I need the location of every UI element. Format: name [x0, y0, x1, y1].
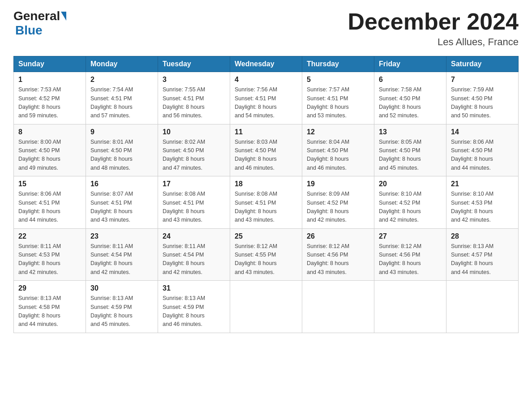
day-info: Sunrise: 8:11 AMSunset: 4:53 PMDaylight:…	[18, 242, 81, 277]
day-number: 7	[451, 76, 514, 84]
day-info: Sunrise: 8:13 AMSunset: 4:59 PMDaylight:…	[163, 294, 225, 329]
day-number: 15	[18, 180, 81, 188]
day-info: Sunrise: 8:13 AMSunset: 4:57 PMDaylight:…	[451, 242, 514, 277]
day-number: 11	[235, 128, 297, 136]
day-info: Sunrise: 8:05 AMSunset: 4:50 PMDaylight:…	[379, 138, 442, 173]
table-row: 8Sunrise: 8:00 AMSunset: 4:50 PMDaylight…	[14, 124, 86, 176]
day-info: Sunrise: 7:56 AMSunset: 4:51 PMDaylight:…	[235, 86, 297, 120]
day-number: 28	[451, 232, 514, 240]
table-row: 23Sunrise: 8:11 AMSunset: 4:54 PMDayligh…	[86, 228, 158, 281]
col-friday: Friday	[374, 56, 446, 72]
day-number: 18	[235, 180, 297, 188]
table-row: 25Sunrise: 8:12 AMSunset: 4:55 PMDayligh…	[230, 228, 302, 281]
day-number: 25	[235, 232, 297, 240]
day-info: Sunrise: 8:03 AMSunset: 4:50 PMDaylight:…	[235, 138, 297, 173]
day-info: Sunrise: 8:12 AMSunset: 4:56 PMDaylight:…	[379, 242, 442, 277]
day-number: 17	[163, 180, 225, 188]
day-info: Sunrise: 8:09 AMSunset: 4:52 PMDaylight:…	[307, 190, 369, 225]
table-row	[302, 281, 374, 333]
day-number: 4	[235, 76, 297, 84]
table-row: 21Sunrise: 8:10 AMSunset: 4:53 PMDayligh…	[446, 176, 519, 229]
day-number: 30	[90, 284, 153, 292]
calendar-week-row: 22Sunrise: 8:11 AMSunset: 4:53 PMDayligh…	[14, 228, 519, 281]
table-row: 6Sunrise: 7:58 AMSunset: 4:50 PMDaylight…	[374, 72, 446, 124]
logo: General Blue	[13, 9, 67, 38]
day-info: Sunrise: 8:08 AMSunset: 4:51 PMDaylight:…	[163, 190, 225, 225]
table-row: 9Sunrise: 8:01 AMSunset: 4:50 PMDaylight…	[86, 124, 158, 176]
table-row: 18Sunrise: 8:08 AMSunset: 4:51 PMDayligh…	[230, 176, 302, 229]
table-row: 14Sunrise: 8:06 AMSunset: 4:50 PMDayligh…	[446, 124, 519, 176]
day-number: 21	[451, 180, 514, 188]
day-number: 2	[90, 76, 153, 84]
table-row: 28Sunrise: 8:13 AMSunset: 4:57 PMDayligh…	[446, 228, 519, 281]
calendar-week-row: 8Sunrise: 8:00 AMSunset: 4:50 PMDaylight…	[14, 124, 519, 176]
day-info: Sunrise: 8:12 AMSunset: 4:55 PMDaylight:…	[235, 242, 297, 277]
table-row: 19Sunrise: 8:09 AMSunset: 4:52 PMDayligh…	[302, 176, 374, 229]
day-number: 5	[307, 76, 369, 84]
day-info: Sunrise: 7:57 AMSunset: 4:51 PMDaylight:…	[307, 86, 369, 120]
day-info: Sunrise: 7:58 AMSunset: 4:50 PMDaylight:…	[379, 86, 442, 120]
day-info: Sunrise: 8:06 AMSunset: 4:50 PMDaylight:…	[451, 138, 514, 173]
logo-blue-text: Blue	[15, 23, 43, 37]
day-number: 16	[90, 180, 153, 188]
table-row: 2Sunrise: 7:54 AMSunset: 4:51 PMDaylight…	[86, 72, 158, 124]
day-info: Sunrise: 8:12 AMSunset: 4:56 PMDaylight:…	[307, 242, 369, 277]
table-row: 30Sunrise: 8:13 AMSunset: 4:59 PMDayligh…	[86, 281, 158, 333]
day-info: Sunrise: 8:10 AMSunset: 4:52 PMDaylight:…	[379, 190, 442, 225]
col-monday: Monday	[86, 56, 158, 72]
day-number: 1	[18, 76, 81, 84]
day-number: 10	[163, 128, 225, 136]
month-title: December 2024	[348, 9, 519, 34]
col-wednesday: Wednesday	[230, 56, 302, 72]
calendar-table: Sunday Monday Tuesday Wednesday Thursday…	[13, 56, 519, 333]
table-row: 27Sunrise: 8:12 AMSunset: 4:56 PMDayligh…	[374, 228, 446, 281]
table-row: 22Sunrise: 8:11 AMSunset: 4:53 PMDayligh…	[14, 228, 86, 281]
day-info: Sunrise: 8:10 AMSunset: 4:53 PMDaylight:…	[451, 190, 514, 225]
table-row: 26Sunrise: 8:12 AMSunset: 4:56 PMDayligh…	[302, 228, 374, 281]
table-row: 29Sunrise: 8:13 AMSunset: 4:58 PMDayligh…	[14, 281, 86, 333]
logo-triangle-icon	[61, 12, 66, 21]
logo-text: General	[13, 9, 67, 23]
day-number: 29	[18, 284, 81, 292]
col-tuesday: Tuesday	[158, 56, 230, 72]
day-number: 3	[163, 76, 225, 84]
day-info: Sunrise: 8:06 AMSunset: 4:51 PMDaylight:…	[18, 190, 81, 225]
day-info: Sunrise: 7:55 AMSunset: 4:51 PMDaylight:…	[163, 86, 225, 120]
table-row: 15Sunrise: 8:06 AMSunset: 4:51 PMDayligh…	[14, 176, 86, 229]
table-row: 4Sunrise: 7:56 AMSunset: 4:51 PMDaylight…	[230, 72, 302, 124]
table-row: 10Sunrise: 8:02 AMSunset: 4:50 PMDayligh…	[158, 124, 230, 176]
table-row	[230, 281, 302, 333]
day-info: Sunrise: 8:08 AMSunset: 4:51 PMDaylight:…	[235, 190, 297, 225]
table-row: 11Sunrise: 8:03 AMSunset: 4:50 PMDayligh…	[230, 124, 302, 176]
day-info: Sunrise: 8:00 AMSunset: 4:50 PMDaylight:…	[18, 138, 81, 173]
col-sunday: Sunday	[14, 56, 86, 72]
day-info: Sunrise: 7:53 AMSunset: 4:52 PMDaylight:…	[18, 86, 81, 120]
day-info: Sunrise: 7:59 AMSunset: 4:50 PMDaylight:…	[451, 86, 514, 120]
table-row: 1Sunrise: 7:53 AMSunset: 4:52 PMDaylight…	[14, 72, 86, 124]
day-number: 9	[90, 128, 153, 136]
day-number: 14	[451, 128, 514, 136]
title-area: December 2024 Les Allues, France	[348, 9, 519, 48]
page-header: General Blue December 2024 Les Allues, F…	[13, 9, 519, 48]
day-info: Sunrise: 8:01 AMSunset: 4:50 PMDaylight:…	[90, 138, 153, 173]
calendar-week-row: 29Sunrise: 8:13 AMSunset: 4:58 PMDayligh…	[14, 281, 519, 333]
day-info: Sunrise: 8:04 AMSunset: 4:50 PMDaylight:…	[307, 138, 369, 173]
day-info: Sunrise: 8:13 AMSunset: 4:59 PMDaylight:…	[90, 294, 153, 329]
day-number: 8	[18, 128, 81, 136]
day-number: 19	[307, 180, 369, 188]
day-info: Sunrise: 7:54 AMSunset: 4:51 PMDaylight:…	[90, 86, 153, 120]
day-info: Sunrise: 8:13 AMSunset: 4:58 PMDaylight:…	[18, 294, 81, 329]
day-number: 13	[379, 128, 442, 136]
day-number: 26	[307, 232, 369, 240]
day-number: 12	[307, 128, 369, 136]
table-row: 16Sunrise: 8:07 AMSunset: 4:51 PMDayligh…	[86, 176, 158, 229]
table-row: 13Sunrise: 8:05 AMSunset: 4:50 PMDayligh…	[374, 124, 446, 176]
day-number: 20	[379, 180, 442, 188]
calendar-week-row: 15Sunrise: 8:06 AMSunset: 4:51 PMDayligh…	[14, 176, 519, 229]
calendar-header-row: Sunday Monday Tuesday Wednesday Thursday…	[14, 56, 519, 72]
table-row: 12Sunrise: 8:04 AMSunset: 4:50 PMDayligh…	[302, 124, 374, 176]
col-thursday: Thursday	[302, 56, 374, 72]
location-title: Les Allues, France	[348, 36, 519, 48]
day-info: Sunrise: 8:11 AMSunset: 4:54 PMDaylight:…	[90, 242, 153, 277]
table-row: 7Sunrise: 7:59 AMSunset: 4:50 PMDaylight…	[446, 72, 519, 124]
